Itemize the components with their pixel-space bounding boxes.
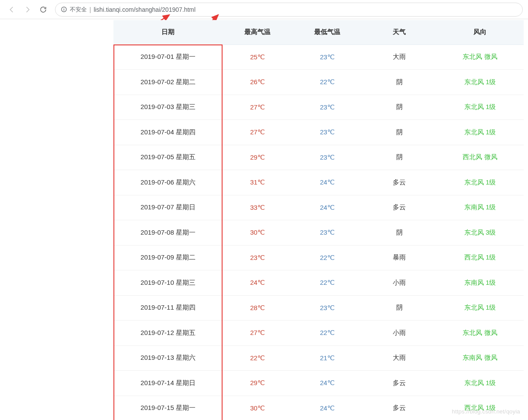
table-row: 2019-07-04 星期四27℃23℃阴东北风 1级	[113, 120, 524, 145]
table-row: 2019-07-09 星期二23℃22℃暴雨西北风 1级	[113, 245, 524, 270]
reload-icon	[39, 6, 47, 14]
cell-high: 25℃	[223, 44, 292, 70]
cell-weather: 小雨	[362, 321, 436, 346]
cell-wind: 东北风 1级	[436, 170, 524, 195]
back-button[interactable]	[5, 3, 18, 16]
col-high: 最高气温	[223, 20, 292, 44]
table-row: 2019-07-06 星期六31℃24℃多云东北风 1级	[113, 170, 524, 195]
table-row: 2019-07-12 星期五27℃22℃小雨东北风 微风	[113, 321, 524, 346]
separator: |	[89, 6, 91, 13]
cell-low: 21℃	[292, 345, 362, 371]
cell-date: 2019-07-05 星期五	[113, 145, 223, 170]
cell-date: 2019-07-01 星期一	[113, 44, 223, 70]
cell-low: 24℃	[292, 396, 362, 420]
cell-date: 2019-07-14 星期日	[113, 371, 223, 396]
table-row: 2019-07-13 星期六22℃21℃大雨东南风 微风	[113, 345, 524, 371]
cell-wind: 东北风 1级	[436, 295, 524, 321]
cell-low: 24℃	[292, 170, 362, 195]
info-icon	[61, 6, 67, 13]
cell-wind: 西北风 微风	[436, 145, 524, 170]
col-wind: 风向	[436, 20, 524, 44]
reload-button[interactable]	[37, 3, 50, 16]
cell-high: 33℃	[223, 195, 292, 220]
cell-weather: 大雨	[362, 44, 436, 70]
browser-toolbar: 不安全 | lishi.tianqi.com/shanghai/201907.h…	[0, 0, 528, 19]
cell-date: 2019-07-11 星期四	[113, 295, 223, 321]
cell-high: 22℃	[223, 345, 292, 371]
table-row: 2019-07-03 星期三27℃23℃阴东北风 1级	[113, 95, 524, 120]
cell-low: 23℃	[292, 120, 362, 145]
cell-date: 2019-07-08 星期一	[113, 220, 223, 246]
cell-weather: 阴	[362, 145, 436, 170]
cell-high: 29℃	[223, 371, 292, 396]
forward-button[interactable]	[21, 3, 34, 16]
cell-low: 23℃	[292, 95, 362, 120]
insecure-label: 不安全	[70, 6, 87, 14]
cell-low: 22℃	[292, 70, 362, 95]
table-row: 2019-07-15 星期一30℃24℃多云西北风 1级	[113, 396, 524, 420]
cell-wind: 东南风 1级	[436, 270, 524, 296]
arrow-left-icon	[8, 6, 16, 14]
cell-weather: 多云	[362, 195, 436, 220]
table-row: 2019-07-07 星期日33℃24℃多云东南风 1级	[113, 195, 524, 220]
cell-high: 29℃	[223, 145, 292, 170]
cell-date: 2019-07-06 星期六	[113, 170, 223, 195]
watermark: https://blog.csdn.net/qoyia	[452, 408, 520, 415]
cell-low: 22℃	[292, 245, 362, 270]
cell-date: 2019-07-04 星期四	[113, 120, 223, 145]
address-bar[interactable]: 不安全 | lishi.tianqi.com/shanghai/201907.h…	[55, 3, 523, 17]
cell-high: 30℃	[223, 220, 292, 246]
weather-table: 日期 最高气温 最低气温 天气 风向 2019-07-01 星期一25℃23℃大…	[113, 20, 524, 420]
cell-wind: 东北风 1级	[436, 371, 524, 396]
url-text: lishi.tianqi.com/shanghai/201907.html	[94, 6, 195, 13]
cell-weather: 阴	[362, 120, 436, 145]
cell-wind: 东北风 3级	[436, 220, 524, 246]
cell-low: 22℃	[292, 270, 362, 296]
table-row: 2019-07-10 星期三24℃22℃小雨东南风 1级	[113, 270, 524, 296]
table-row: 2019-07-01 星期一25℃23℃大雨东北风 微风	[113, 44, 524, 70]
cell-high: 31℃	[223, 170, 292, 195]
cell-date: 2019-07-12 星期五	[113, 321, 223, 346]
arrow-right-icon	[24, 6, 31, 14]
table-row: 2019-07-08 星期一30℃23℃阴东北风 3级	[113, 220, 524, 246]
cell-low: 23℃	[292, 145, 362, 170]
cell-weather: 暴雨	[362, 245, 436, 270]
cell-weather: 多云	[362, 170, 436, 195]
cell-low: 22℃	[292, 321, 362, 346]
cell-weather: 多云	[362, 371, 436, 396]
cell-low: 24℃	[292, 371, 362, 396]
cell-wind: 西北风 1级	[436, 245, 524, 270]
table-row: 2019-07-02 星期二26℃22℃阴东北风 1级	[113, 70, 524, 95]
cell-wind: 东北风 微风	[436, 44, 524, 70]
cell-weather: 多云	[362, 396, 436, 420]
cell-low: 24℃	[292, 195, 362, 220]
cell-high: 24℃	[223, 270, 292, 296]
table-header: 日期 最高气温 最低气温 天气 风向	[113, 20, 524, 44]
weather-table-container: 日期 最高气温 最低气温 天气 风向 2019-07-01 星期一25℃23℃大…	[113, 20, 524, 420]
cell-wind: 东北风 1级	[436, 120, 524, 145]
cell-wind: 东南风 1级	[436, 195, 524, 220]
cell-low: 23℃	[292, 295, 362, 321]
cell-weather: 大雨	[362, 345, 436, 371]
cell-wind: 东北风 微风	[436, 321, 524, 346]
cell-date: 2019-07-10 星期三	[113, 270, 223, 296]
cell-weather: 阴	[362, 295, 436, 321]
table-body: 2019-07-01 星期一25℃23℃大雨东北风 微风2019-07-02 星…	[113, 44, 524, 420]
cell-weather: 阴	[362, 70, 436, 95]
cell-high: 27℃	[223, 321, 292, 346]
table-row: 2019-07-05 星期五29℃23℃阴西北风 微风	[113, 145, 524, 170]
cell-high: 27℃	[223, 120, 292, 145]
cell-wind: 东北风 1级	[436, 95, 524, 120]
svg-point-2	[64, 8, 65, 9]
cell-high: 27℃	[223, 95, 292, 120]
cell-weather: 小雨	[362, 270, 436, 296]
cell-low: 23℃	[292, 220, 362, 246]
cell-high: 26℃	[223, 70, 292, 95]
cell-high: 30℃	[223, 396, 292, 420]
page-content: 日期 最高气温 最低气温 天气 风向 2019-07-01 星期一25℃23℃大…	[0, 19, 528, 420]
table-row: 2019-07-11 星期四28℃23℃阴东北风 1级	[113, 295, 524, 321]
cell-date: 2019-07-03 星期三	[113, 95, 223, 120]
cell-wind: 西北风 1级	[436, 396, 524, 420]
col-low: 最低气温	[292, 20, 362, 44]
cell-high: 28℃	[223, 295, 292, 321]
